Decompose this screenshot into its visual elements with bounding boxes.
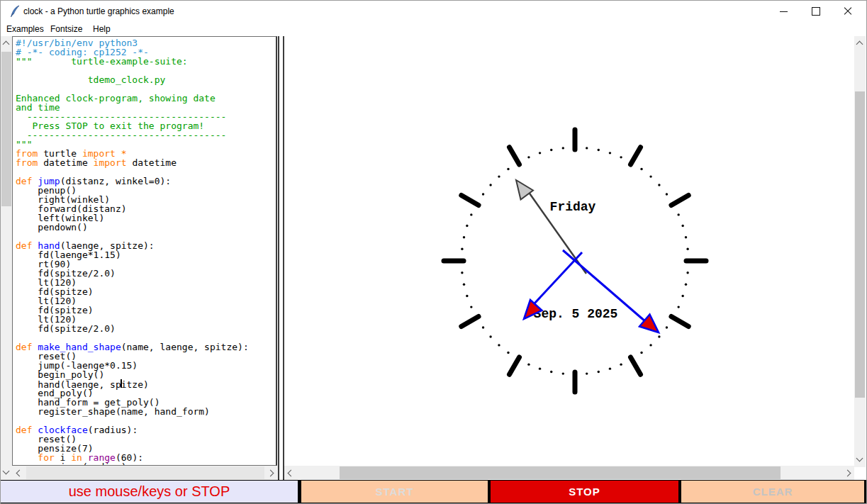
minute-dot: [620, 363, 622, 365]
minute-dot: [658, 184, 660, 186]
code-editor[interactable]: #!/usr/bin/env python3# -*- coding: cp12…: [12, 36, 277, 466]
menu-help[interactable]: Help: [93, 24, 111, 34]
minute-dot: [681, 295, 683, 297]
minute-dot: [562, 372, 564, 374]
minute-dot: [463, 236, 465, 238]
minute-dot: [640, 352, 642, 354]
minute-dot: [482, 193, 484, 195]
maximize-button[interactable]: [800, 1, 832, 22]
title-bar: clock - a Python turtle graphics example: [1, 1, 866, 22]
code-line: fd(spitze/2.0): [16, 324, 276, 333]
bottom-bar: use mouse/keys or STOP START STOP CLEAR: [1, 480, 867, 504]
menu-examples[interactable]: Examples: [6, 24, 44, 34]
minute-dot: [498, 175, 500, 177]
minute-dot: [681, 225, 683, 227]
minimize-button[interactable]: [768, 1, 800, 22]
hour-tick-mark: [631, 147, 641, 164]
minute-dot: [640, 168, 642, 170]
close-button[interactable]: [832, 1, 863, 22]
canvas-hscroll-thumb[interactable]: [340, 466, 781, 479]
canvas-vscroll-thumb[interactable]: [855, 91, 865, 398]
hour-tick-mark: [510, 357, 520, 374]
hour-tick-mark: [671, 196, 688, 206]
editor-horizontal-scrollbar[interactable]: [12, 466, 278, 481]
stop-button[interactable]: STOP: [491, 481, 678, 503]
minute-dot: [677, 306, 679, 308]
minute-dot: [527, 363, 530, 365]
minute-dot: [686, 248, 688, 250]
editor-vertical-scrollbar[interactable]: [1, 36, 12, 481]
minute-dot: [609, 367, 611, 369]
hour-tick-mark: [671, 317, 688, 327]
minute-dot: [658, 335, 660, 337]
minute-dot: [685, 284, 687, 286]
start-button[interactable]: START: [301, 481, 488, 503]
code-line: tdemo_clock.py: [16, 75, 276, 84]
scroll-left-icon[interactable]: [16, 470, 23, 477]
turtle-canvas[interactable]: FridaySep. 5 2025: [284, 36, 854, 467]
hour-tick-mark: [462, 317, 479, 327]
minute-hand-arrowhead: [639, 315, 659, 333]
code-line: ------------------------------------: [16, 130, 276, 140]
minute-dot: [539, 152, 541, 154]
date-label: Sep. 5 2025: [534, 307, 618, 321]
minute-dot: [609, 152, 611, 154]
tk-feather-icon: [10, 5, 21, 18]
hour-tick-mark: [462, 196, 479, 206]
menu-fontsize[interactable]: Fontsize: [50, 24, 82, 34]
minute-dot: [677, 213, 679, 215]
scroll-down-icon[interactable]: [3, 468, 10, 475]
clock-drawing: FridaySep. 5 2025: [284, 36, 854, 467]
minute-dot: [489, 335, 491, 337]
minute-dot: [686, 271, 688, 274]
minute-dot: [466, 225, 468, 227]
scroll-up-icon[interactable]: [856, 41, 863, 48]
minute-dot: [666, 193, 668, 195]
window-title: clock - a Python turtle graphics example: [23, 6, 174, 16]
minute-dot: [527, 156, 530, 158]
code-text: #!/usr/bin/env python3# -*- coding: cp12…: [13, 37, 276, 466]
minute-dot: [507, 168, 509, 170]
status-label: use mouse/keys or STOP: [1, 481, 298, 503]
canvas-horizontal-scrollbar[interactable]: [284, 466, 854, 481]
scroll-right-icon[interactable]: [844, 470, 851, 477]
minute-dot: [620, 156, 622, 158]
minute-dot: [507, 352, 509, 354]
minute-dot: [562, 147, 564, 149]
minute-dot: [685, 236, 687, 238]
minute-dot: [598, 371, 600, 373]
pane-sash[interactable]: [278, 36, 284, 481]
maximize-icon: [812, 7, 820, 16]
code-line: pendown(): [16, 223, 276, 232]
clear-button[interactable]: CLEAR: [681, 481, 864, 503]
day-label: Friday: [550, 200, 596, 214]
hour-tick-mark: [510, 147, 520, 164]
app-window: clock - a Python turtle graphics example…: [0, 0, 867, 504]
code-line: from datetime import datetime: [16, 158, 276, 167]
second-hand-arrowhead: [516, 180, 533, 200]
minute-dot: [461, 271, 463, 274]
minute-dot: [649, 344, 651, 346]
minute-dot: [539, 367, 541, 369]
minute-dot: [498, 344, 500, 346]
code-line: begin_poly(): [16, 370, 276, 379]
scroll-up-icon[interactable]: [3, 41, 10, 48]
minute-dot: [489, 184, 491, 186]
scroll-left-icon[interactable]: [288, 470, 295, 477]
canvas-vertical-scrollbar[interactable]: [854, 36, 866, 467]
minute-dot: [586, 372, 588, 374]
minute-dot: [482, 326, 484, 328]
scroll-right-icon[interactable]: [267, 470, 274, 477]
minute-dot: [598, 149, 600, 151]
minute-dot: [550, 371, 552, 373]
minute-dot: [666, 326, 668, 328]
scroll-down-icon[interactable]: [856, 455, 863, 462]
minute-dot: [470, 213, 472, 215]
editor-hscroll-thumb[interactable]: [26, 466, 264, 479]
code-line: """ turtle-example-suite:: [16, 57, 276, 66]
minute-dot: [586, 147, 588, 149]
minute-dot: [466, 295, 468, 297]
minute-dot: [550, 149, 552, 151]
editor-vscroll-thumb[interactable]: [1, 52, 11, 206]
menu-bar: Examples Fontsize Help: [1, 22, 866, 36]
